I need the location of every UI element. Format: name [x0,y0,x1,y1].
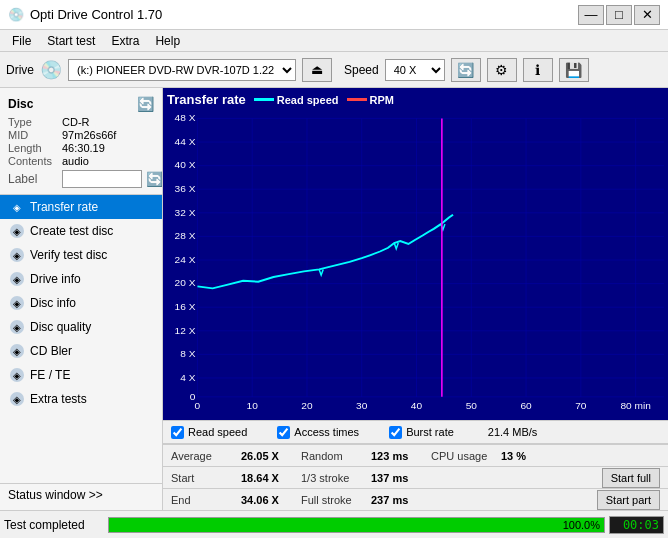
stats-row-2: Start 18.64 X 1/3 stroke 137 ms Start fu… [163,466,668,488]
eject-button[interactable]: ⏏ [302,58,332,82]
sidebar-item-drive-info[interactable]: ◈ Drive info [0,267,162,291]
sidebar-item-disc-info-label: Disc info [30,296,76,310]
minimize-button[interactable]: — [578,5,604,25]
stroke1-label: 1/3 stroke [301,472,371,484]
menu-bar: File Start test Extra Help [0,30,668,52]
svg-text:60: 60 [520,400,532,411]
disc-header: Disc 🔄 [8,96,154,112]
svg-text:50: 50 [466,400,478,411]
transfer-rate-icon: ◈ [10,200,24,214]
label-input[interactable] [62,170,142,188]
sidebar-item-disc-info[interactable]: ◈ Disc info [0,291,162,315]
svg-text:24 X: 24 X [175,254,196,265]
read-speed-checkbox-label: Read speed [188,426,247,438]
access-times-checkbox[interactable] [277,426,290,439]
menu-extra[interactable]: Extra [103,32,147,50]
burst-rate-value: 21.4 MB/s [488,426,538,438]
burst-rate-checkbox-item: Burst rate [389,426,454,439]
drive-label: Drive [6,63,34,77]
cpu-value: 13 % [501,450,561,462]
disc-label-row: Label 🔄 [8,170,154,188]
disc-title: Disc [8,97,33,111]
drive-select[interactable]: (k:) PIONEER DVD-RW DVR-107D 1.22 [68,59,296,81]
speed-select[interactable]: 1 X2 X4 X8 X16 X24 X32 X40 X48 XMax [385,59,445,81]
menu-file[interactable]: File [4,32,39,50]
sidebar-item-verify-test-disc-label: Verify test disc [30,248,107,262]
drive-icon: 💿 [40,59,62,81]
info-button[interactable]: ℹ [523,58,553,82]
drive-bar: Drive 💿 (k:) PIONEER DVD-RW DVR-107D 1.2… [0,52,668,88]
svg-text:16 X: 16 X [175,301,196,312]
sidebar: Disc 🔄 Type CD-R MID 97m26s66f Length 46… [0,88,163,510]
chart-svg: 48 X 44 X 40 X 36 X 32 X 28 X 24 X 20 X … [167,109,664,411]
start-full-button[interactable]: Start full [602,468,660,488]
label-icon[interactable]: 🔄 [146,171,163,187]
start-value: 18.64 X [241,472,301,484]
sidebar-item-verify-test-disc[interactable]: ◈ Verify test disc [0,243,162,267]
sidebar-item-extra-tests-label: Extra tests [30,392,87,406]
read-speed-checkbox-item: Read speed [171,426,247,439]
disc-refresh-icon[interactable]: 🔄 [137,96,154,112]
drive-info-icon: ◈ [10,272,24,286]
legend-rpm-label: RPM [370,94,394,106]
chart-title-text: Transfer rate [167,92,246,107]
menu-start-test[interactable]: Start test [39,32,103,50]
checkbox-row: Read speed Access times Burst rate 21.4 … [163,420,668,444]
status-window-button[interactable]: Status window >> [0,483,162,506]
svg-text:32 X: 32 X [175,207,196,218]
type-value: CD-R [62,116,90,128]
sidebar-item-cd-bler-label: CD Bler [30,344,72,358]
svg-text:40 X: 40 X [175,160,196,171]
average-value: 26.05 X [241,450,301,462]
length-label: Length [8,142,58,154]
start-part-button[interactable]: Start part [597,490,660,510]
window-controls: — □ ✕ [578,5,660,25]
svg-text:40: 40 [411,400,423,411]
label-label: Label [8,172,58,186]
sidebar-item-cd-bler[interactable]: ◈ CD Bler [0,339,162,363]
refresh-button[interactable]: 🔄 [451,58,481,82]
disc-section: Disc 🔄 Type CD-R MID 97m26s66f Length 46… [0,92,162,195]
burst-rate-checkbox-label: Burst rate [406,426,454,438]
cpu-label: CPU usage [431,450,501,462]
sidebar-item-disc-quality[interactable]: ◈ Disc quality [0,315,162,339]
svg-text:20 X: 20 X [175,278,196,289]
contents-label: Contents [8,155,58,167]
svg-text:30: 30 [356,400,368,411]
svg-text:8 X: 8 X [180,349,196,360]
svg-text:12 X: 12 X [175,325,196,336]
save-button[interactable]: 💾 [559,58,589,82]
start-label: Start [171,472,241,484]
chart-title-bar: Transfer rate Read speed RPM [167,92,664,107]
sidebar-item-extra-tests[interactable]: ◈ Extra tests [0,387,162,411]
stats-row-1: Average 26.05 X Random 123 ms CPU usage … [163,444,668,466]
sidebar-item-fe-te[interactable]: ◈ FE / TE [0,363,162,387]
sidebar-item-transfer-rate-label: Transfer rate [30,200,98,214]
sidebar-item-disc-quality-label: Disc quality [30,320,91,334]
disc-info-icon: ◈ [10,296,24,310]
burst-rate-checkbox[interactable] [389,426,402,439]
legend-rpm-color [347,98,367,101]
cd-bler-icon: ◈ [10,344,24,358]
sidebar-item-transfer-rate[interactable]: ◈ Transfer rate [0,195,162,219]
status-bar: Test completed 100.0% 00:03 [0,510,668,538]
full-stroke-label: Full stroke [301,494,371,506]
svg-text:48 X: 48 X [175,113,196,124]
progress-bar-container: 100.0% [108,517,605,533]
type-label: Type [8,116,58,128]
stats-row-3: End 34.06 X Full stroke 237 ms Start par… [163,488,668,510]
time-display: 00:03 [609,516,664,534]
right-panel: Transfer rate Read speed RPM [163,88,668,510]
stroke1-value: 137 ms [371,472,431,484]
read-speed-checkbox[interactable] [171,426,184,439]
access-times-checkbox-label: Access times [294,426,359,438]
verify-test-disc-icon: ◈ [10,248,24,262]
settings-button[interactable]: ⚙ [487,58,517,82]
sidebar-item-create-test-disc[interactable]: ◈ Create test disc [0,219,162,243]
svg-text:80 min: 80 min [620,400,650,411]
close-button[interactable]: ✕ [634,5,660,25]
maximize-button[interactable]: □ [606,5,632,25]
progress-bar: 100.0% [109,518,604,532]
menu-help[interactable]: Help [147,32,188,50]
svg-text:70: 70 [575,400,587,411]
